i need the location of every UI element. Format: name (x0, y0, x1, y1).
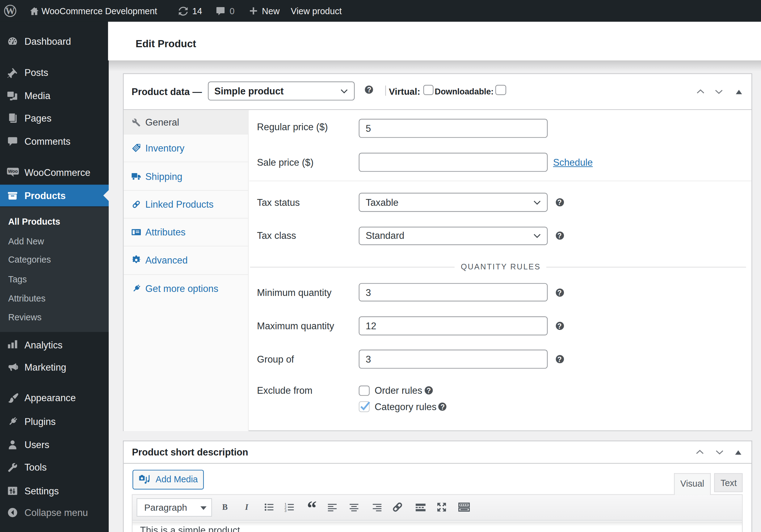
svg-text:Woo: Woo (8, 169, 18, 174)
svg-text:“: “ (307, 501, 317, 514)
svg-text:W: W (6, 6, 15, 16)
svg-text:I: I (244, 503, 248, 512)
svg-text:B: B (222, 503, 227, 512)
svg-text:3: 3 (284, 509, 286, 513)
